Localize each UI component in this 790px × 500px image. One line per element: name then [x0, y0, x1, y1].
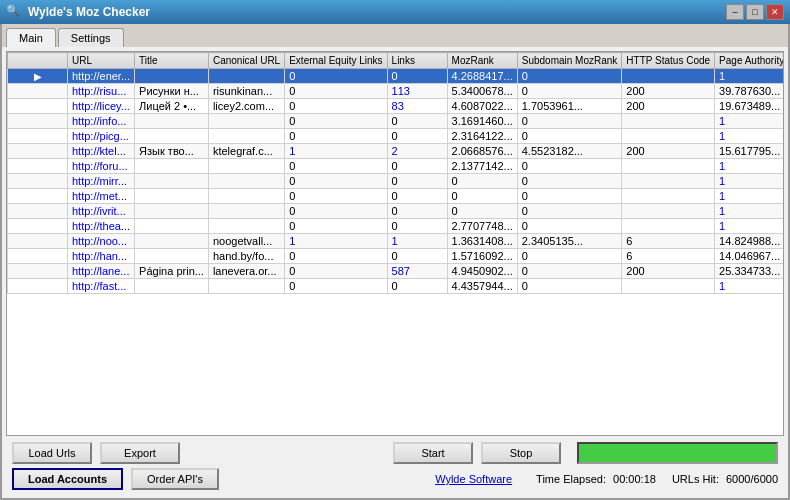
start-button[interactable]: Start — [393, 442, 473, 464]
col-mozrank: MozRank — [447, 53, 517, 69]
close-button[interactable]: ✕ — [766, 4, 784, 20]
table-row[interactable]: http://ivrit...000017.3829488... — [8, 204, 785, 219]
table-row[interactable]: http://lane...Página prin...lanevera.or.… — [8, 264, 785, 279]
col-links: Links — [387, 53, 447, 69]
bottom-bar: Load Urls Export Start Stop Load Account… — [6, 436, 784, 494]
table-row[interactable]: http://met...0000175.729317... — [8, 189, 785, 204]
time-elapsed-label: Time Elapsed: 00:00:18 — [536, 473, 656, 485]
export-button[interactable]: Export — [100, 442, 180, 464]
table-row[interactable]: http://han...hand.by/fo...001.5716092...… — [8, 249, 785, 264]
col-subdomain-mozrank: Subdomain MozRank — [517, 53, 622, 69]
minimize-button[interactable]: – — [726, 4, 744, 20]
table-row[interactable]: http://ktel...Язык тво...ktelegraf.c...1… — [8, 144, 785, 159]
table-row[interactable]: http://noo...noogetvall...111.3631408...… — [8, 234, 785, 249]
col-external: External Equity Links — [285, 53, 387, 69]
order-apis-button[interactable]: Order API's — [131, 468, 219, 490]
progress-bar-container — [577, 442, 778, 464]
table-row[interactable]: http://thea...002.7707748...0113.940401.… — [8, 219, 785, 234]
status-section: Time Elapsed: 00:00:18 URLs Hit: 6000/60… — [536, 473, 778, 485]
tab-settings[interactable]: Settings — [58, 28, 124, 47]
maximize-button[interactable]: □ — [746, 4, 764, 20]
stop-button[interactable]: Stop — [481, 442, 561, 464]
title-controls: – □ ✕ — [726, 4, 784, 20]
col-title: Title — [135, 53, 209, 69]
app-icon: 🔍 — [6, 4, 22, 20]
urls-hit-label: URLs Hit: 6000/6000 — [672, 473, 778, 485]
tab-bar: Main Settings — [2, 24, 788, 47]
wylde-software-link[interactable]: Wylde Software — [435, 473, 512, 485]
table-row[interactable]: http://picg...002.3164122...0115.367737.… — [8, 129, 785, 144]
table-row[interactable]: http://mirr...0000135.476457... — [8, 174, 785, 189]
table-row[interactable]: http://risu...Рисунки н...risunkinan...0… — [8, 84, 785, 99]
col-url: URL — [68, 53, 135, 69]
app-title: Wylde's Moz Checker — [28, 5, 150, 19]
table-row[interactable]: ▶http://ener...004.2688417...0135.078821… — [8, 69, 785, 84]
col-page-authority: Page Authority — [715, 53, 784, 69]
col-indicator — [8, 53, 68, 69]
load-accounts-button[interactable]: Load Accounts — [12, 468, 123, 490]
table-row[interactable]: http://licey...Лицей 2 •...licey2.com...… — [8, 99, 785, 114]
load-urls-button[interactable]: Load Urls — [12, 442, 92, 464]
table-row[interactable]: http://info...003.1691460...0131.366708.… — [8, 114, 785, 129]
data-table-container[interactable]: URL Title Canonical URL External Equity … — [6, 51, 784, 436]
col-http-status: HTTP Status Code — [622, 53, 715, 69]
bottom-row1: Load Urls Export Start Stop — [12, 442, 778, 464]
time-elapsed-value: 00:00:18 — [613, 473, 656, 485]
data-table: URL Title Canonical URL External Equity … — [7, 52, 784, 294]
progress-bar-fill — [579, 444, 776, 462]
tab-main[interactable]: Main — [6, 28, 56, 48]
table-row[interactable]: http://fast...004.4357944...0138.900648.… — [8, 279, 785, 294]
bottom-row2: Load Accounts Order API's Wylde Software… — [12, 468, 778, 490]
urls-hit-value: 6000/6000 — [726, 473, 778, 485]
table-row[interactable]: http://foru...002.1377142...0131.576070.… — [8, 159, 785, 174]
window-body: Main Settings URL Title Canonical URL Ex… — [0, 24, 790, 500]
title-bar-left: 🔍 Wylde's Moz Checker — [6, 4, 150, 20]
col-canonical: Canonical URL — [208, 53, 284, 69]
content-area: URL Title Canonical URL External Equity … — [2, 47, 788, 498]
title-bar: 🔍 Wylde's Moz Checker – □ ✕ — [0, 0, 790, 24]
